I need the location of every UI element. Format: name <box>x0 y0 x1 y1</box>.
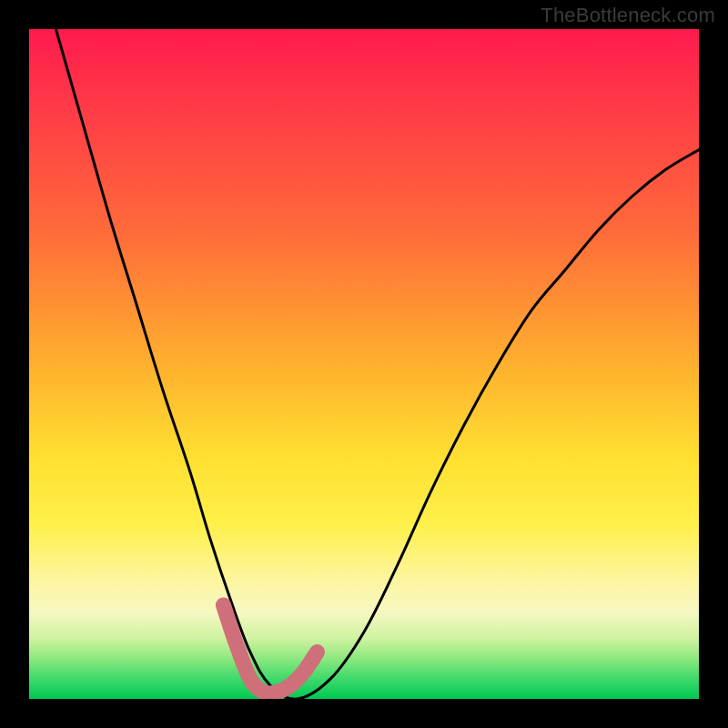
chart-svg <box>29 29 699 699</box>
watermark-text: TheBottleneck.com <box>541 4 715 27</box>
bottleneck-curve <box>56 29 699 699</box>
chart-frame: TheBottleneck.com <box>0 0 728 728</box>
plot-area <box>29 29 699 699</box>
curve-layer <box>56 29 699 699</box>
